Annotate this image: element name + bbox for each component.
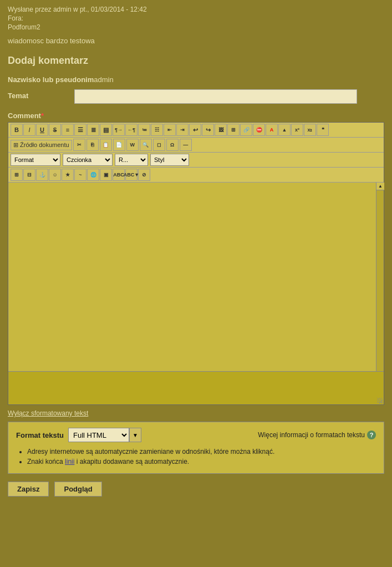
format-info-list: Adresy internetowe są automatycznie zami… — [16, 448, 376, 465]
abbr-btn[interactable]: ~ — [74, 169, 86, 181]
subject-row: Temat — [8, 89, 384, 104]
special-chars-button[interactable]: Ω — [166, 139, 179, 151]
editor-area: ▲ — [8, 183, 384, 371]
smiley-btn[interactable]: ☺ — [49, 169, 61, 181]
editor-container: B I U S ≡ ☰ ≣ ▤ ¶→ ←¶ ≔ ☷ — [8, 122, 384, 405]
align-center-button[interactable]: ☰ — [74, 124, 86, 136]
anchor-btn[interactable]: ⚓ — [36, 169, 48, 181]
style-select[interactable]: Styl — [150, 154, 189, 166]
highlight-button[interactable]: ▲ — [278, 124, 291, 136]
help-icon[interactable]: ? — [367, 431, 376, 439]
source-icon: ⊞ — [13, 141, 18, 149]
undo-button[interactable]: ↩ — [189, 124, 201, 136]
globe-btn[interactable]: 🌐 — [87, 169, 99, 181]
spellcheck-btn[interactable]: ABC — [113, 169, 125, 181]
outdent-button[interactable]: ⇤ — [164, 124, 176, 136]
disable-format-link[interactable]: Wyłącz sformatowany tekst — [8, 409, 384, 417]
name-value: admin — [94, 73, 113, 84]
editor-bottom-wrapper — [8, 371, 384, 404]
table-row-btn[interactable]: ⊟ — [23, 169, 35, 181]
paste-button[interactable]: 📋 — [100, 139, 112, 151]
font-color-button[interactable]: A — [266, 124, 278, 136]
select-all-button[interactable]: ◻ — [153, 139, 165, 151]
editor-scrollbar: ▲ — [376, 183, 384, 371]
strikethrough-button[interactable]: S — [49, 124, 61, 136]
ltr-button[interactable]: ¶→ — [113, 124, 125, 136]
font-select[interactable]: Czcionka — [63, 154, 113, 166]
align-right-button[interactable]: ≣ — [87, 124, 99, 136]
unordered-list-button[interactable]: ≔ — [138, 124, 150, 136]
copy-button[interactable]: ⎘ — [86, 139, 99, 151]
source-label: Źródło dokumentu — [20, 141, 69, 148]
insert-link-button[interactable]: 🔗 — [240, 124, 252, 136]
scrollbar-up[interactable]: ▲ — [376, 183, 384, 190]
comment-label: Comment* — [8, 109, 384, 120]
superscript-button[interactable]: x² — [291, 124, 303, 136]
italic-button[interactable]: I — [23, 124, 35, 136]
remove-format-btn[interactable]: ⊘ — [138, 169, 150, 181]
format-tekstu-box: Format tekstu Full HTML Filtered HTML Pl… — [8, 422, 384, 474]
save-button[interactable]: Zapisz — [8, 482, 49, 497]
format-tekstu-row: Format tekstu Full HTML Filtered HTML Pl… — [16, 428, 376, 442]
find-replace-button[interactable]: 🔍 — [140, 139, 152, 151]
meta-forum-name: Podforum2 — [8, 23, 384, 31]
subject-label: Temat — [8, 89, 74, 100]
insert-image-button[interactable]: 🖼 — [215, 124, 227, 136]
more-info-link[interactable]: Więcej informacji o formatach tekstu ? — [258, 431, 376, 439]
bold-button[interactable]: B — [11, 124, 23, 136]
comment-section: Comment* B I U S ≡ ☰ ≣ ▤ ¶→ ←¶ — [8, 109, 384, 405]
format-tekstu-select[interactable]: Full HTML Filtered HTML Plain text — [68, 428, 129, 442]
bottom-buttons: Zapisz Podgląd — [8, 482, 384, 497]
format-select[interactable]: Format — [11, 154, 60, 166]
iframe-btn[interactable]: ▣ — [100, 169, 112, 181]
more-info-text: Więcej informacji o formatach tekstu — [258, 431, 365, 439]
name-label: Nazwisko lub pseudonim — [8, 73, 94, 84]
editor-bottom — [8, 371, 384, 404]
paste-text-button[interactable]: 📄 — [113, 139, 125, 151]
source-row: ⊞ Źródło dokumentu ✂ ⎘ 📋 📄 W 🔍 ◻ Ω — — [8, 138, 384, 153]
format-info-item-1: Adresy internetowe są automatycznie zami… — [27, 448, 376, 455]
page-wrapper: Wysłane przez admin w pt., 01/03/2014 - … — [0, 0, 392, 502]
add-comment-title: Dodaj komentarz — [8, 55, 384, 67]
underline-button[interactable]: U — [36, 124, 48, 136]
format-tekstu-label: Format tekstu — [16, 431, 64, 439]
source-button[interactable]: ⊞ Źródło dokumentu — [11, 140, 72, 150]
paste-from-word-button[interactable]: W — [126, 139, 139, 151]
message-text: wiadomosc bardzo testowa — [8, 37, 384, 45]
justify-button[interactable]: ▤ — [100, 124, 112, 136]
meta-sent-by: Wysłane przez admin w pt., 01/03/2014 - … — [8, 6, 384, 13]
rtl-button[interactable]: ←¶ — [125, 124, 138, 136]
spellcheck-multi-btn[interactable]: ABC▼ — [125, 169, 138, 181]
subscript-button[interactable]: x₂ — [304, 124, 316, 136]
cut-button[interactable]: ✂ — [73, 139, 85, 151]
format-tekstu-left: Format tekstu Full HTML Filtered HTML Pl… — [16, 428, 141, 442]
format-info-item-2: Znaki końca linii i akapitu dodawane są … — [27, 458, 376, 465]
toolbar-row-2: ⊞ ⊟ ⚓ ☺ ★ ~ 🌐 ▣ ABC ABC▼ ⊘ — [8, 168, 384, 183]
meta-forum-label: Fora: — [8, 14, 384, 22]
dropdown-row: Format Czcionka R... Styl — [8, 153, 384, 168]
format-tekstu-arrow-btn[interactable]: ▼ — [129, 428, 141, 442]
name-row: Nazwisko lub pseudonim admin — [8, 73, 384, 84]
r-select[interactable]: R... — [115, 154, 148, 166]
remove-link-button[interactable]: ⛔ — [253, 124, 265, 136]
insert-table-button[interactable]: ⊞ — [227, 124, 240, 136]
blockquote-button[interactable]: ❝ — [317, 124, 329, 136]
toolbar-row-1: B I U S ≡ ☰ ≣ ▤ ¶→ ←¶ ≔ ☷ — [8, 123, 384, 138]
align-left-button[interactable]: ≡ — [62, 124, 74, 136]
indent-button[interactable]: ⇥ — [176, 124, 189, 136]
preview-button[interactable]: Podgląd — [54, 482, 101, 497]
linii-link[interactable]: linii — [65, 458, 74, 465]
ordered-list-button[interactable]: ☷ — [151, 124, 163, 136]
format-select-wrapper: Full HTML Filtered HTML Plain text ▼ — [68, 428, 141, 442]
editor-content[interactable] — [8, 183, 376, 371]
subject-input[interactable] — [74, 89, 357, 104]
flash-btn[interactable]: ★ — [62, 169, 74, 181]
redo-button[interactable]: ↪ — [202, 124, 214, 136]
table-btn[interactable]: ⊞ — [11, 169, 23, 181]
editor-resize-handle[interactable] — [377, 398, 383, 403]
hr-button[interactable]: — — [180, 139, 192, 151]
